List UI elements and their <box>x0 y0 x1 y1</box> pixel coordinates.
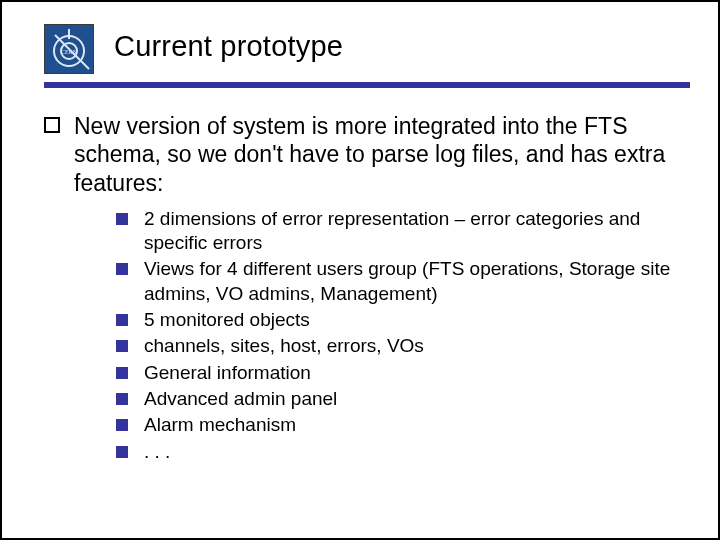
filled-square-icon <box>116 263 128 275</box>
title-row: CERN Current prototype <box>2 24 718 82</box>
main-point-text: New version of system is more integrated… <box>74 112 678 197</box>
feature-text: channels, sites, host, errors, VOs <box>144 334 424 358</box>
slide-body: New version of system is more integrated… <box>44 112 678 466</box>
feature-text: 5 monitored objects <box>144 308 310 332</box>
slide: CERN Current prototype New version of sy… <box>0 0 720 540</box>
filled-square-icon <box>116 213 128 225</box>
list-item: Alarm mechanism <box>116 413 678 437</box>
feature-text: Views for 4 different users group (FTS o… <box>144 257 678 306</box>
list-item: Views for 4 different users group (FTS o… <box>116 257 678 306</box>
bullet-level1: New version of system is more integrated… <box>44 112 678 197</box>
cern-logo-icon: CERN <box>44 24 94 74</box>
feature-list: 2 dimensions of error representation – e… <box>116 207 678 464</box>
filled-square-icon <box>116 393 128 405</box>
filled-square-icon <box>116 419 128 431</box>
filled-square-icon <box>116 446 128 458</box>
filled-square-icon <box>116 314 128 326</box>
filled-square-icon <box>116 340 128 352</box>
hollow-square-icon <box>44 117 60 133</box>
list-item: 5 monitored objects <box>116 308 678 332</box>
list-item: . . . <box>116 440 678 464</box>
list-item: General information <box>116 361 678 385</box>
title-underline <box>44 82 690 88</box>
feature-text: 2 dimensions of error representation – e… <box>144 207 678 256</box>
slide-title: Current prototype <box>114 30 343 63</box>
list-item: channels, sites, host, errors, VOs <box>116 334 678 358</box>
feature-text: . . . <box>144 440 170 464</box>
feature-text: Alarm mechanism <box>144 413 296 437</box>
filled-square-icon <box>116 367 128 379</box>
svg-text:CERN: CERN <box>61 49 78 55</box>
feature-text: General information <box>144 361 311 385</box>
list-item: Advanced admin panel <box>116 387 678 411</box>
list-item: 2 dimensions of error representation – e… <box>116 207 678 256</box>
feature-text: Advanced admin panel <box>144 387 337 411</box>
